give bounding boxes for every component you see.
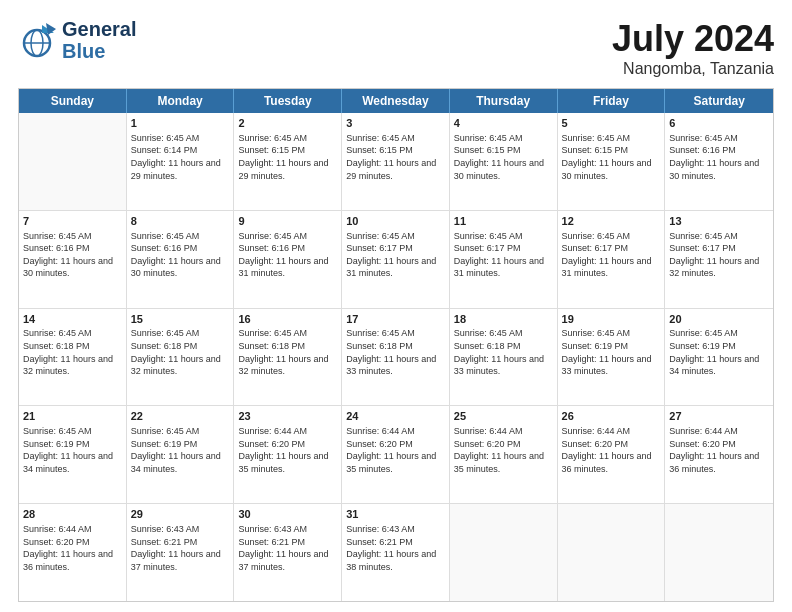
day-cell-27: 27Sunrise: 6:44 AM Sunset: 6:20 PM Dayli…	[665, 406, 773, 503]
day-cell-17: 17Sunrise: 6:45 AM Sunset: 6:18 PM Dayli…	[342, 309, 450, 406]
logo-text-block: General Blue	[62, 18, 136, 62]
cell-info: Sunrise: 6:45 AM Sunset: 6:17 PM Dayligh…	[454, 230, 553, 280]
cell-info: Sunrise: 6:45 AM Sunset: 6:15 PM Dayligh…	[238, 132, 337, 182]
day-cell-13: 13Sunrise: 6:45 AM Sunset: 6:17 PM Dayli…	[665, 211, 773, 308]
day-number: 31	[346, 507, 445, 522]
cell-info: Sunrise: 6:45 AM Sunset: 6:18 PM Dayligh…	[23, 327, 122, 377]
cell-info: Sunrise: 6:44 AM Sunset: 6:20 PM Dayligh…	[562, 425, 661, 475]
day-number: 18	[454, 312, 553, 327]
calendar-row-2: 14Sunrise: 6:45 AM Sunset: 6:18 PM Dayli…	[19, 309, 773, 407]
logo: General Blue	[18, 18, 136, 62]
day-cell-14: 14Sunrise: 6:45 AM Sunset: 6:18 PM Dayli…	[19, 309, 127, 406]
calendar: SundayMondayTuesdayWednesdayThursdayFrid…	[18, 88, 774, 602]
day-number: 2	[238, 116, 337, 131]
day-number: 25	[454, 409, 553, 424]
empty-cell-0-0	[19, 113, 127, 210]
cell-info: Sunrise: 6:44 AM Sunset: 6:20 PM Dayligh…	[238, 425, 337, 475]
cell-info: Sunrise: 6:45 AM Sunset: 6:16 PM Dayligh…	[669, 132, 769, 182]
day-number: 29	[131, 507, 230, 522]
day-cell-1: 1Sunrise: 6:45 AM Sunset: 6:14 PM Daylig…	[127, 113, 235, 210]
cell-info: Sunrise: 6:45 AM Sunset: 6:16 PM Dayligh…	[131, 230, 230, 280]
day-cell-5: 5Sunrise: 6:45 AM Sunset: 6:15 PM Daylig…	[558, 113, 666, 210]
day-cell-25: 25Sunrise: 6:44 AM Sunset: 6:20 PM Dayli…	[450, 406, 558, 503]
cell-info: Sunrise: 6:43 AM Sunset: 6:21 PM Dayligh…	[346, 523, 445, 573]
day-cell-10: 10Sunrise: 6:45 AM Sunset: 6:17 PM Dayli…	[342, 211, 450, 308]
header-day-tuesday: Tuesday	[234, 89, 342, 113]
calendar-body: 1Sunrise: 6:45 AM Sunset: 6:14 PM Daylig…	[19, 113, 773, 601]
empty-cell-4-5	[558, 504, 666, 601]
empty-cell-4-6	[665, 504, 773, 601]
header-day-thursday: Thursday	[450, 89, 558, 113]
day-cell-31: 31Sunrise: 6:43 AM Sunset: 6:21 PM Dayli…	[342, 504, 450, 601]
calendar-row-4: 28Sunrise: 6:44 AM Sunset: 6:20 PM Dayli…	[19, 504, 773, 601]
day-cell-3: 3Sunrise: 6:45 AM Sunset: 6:15 PM Daylig…	[342, 113, 450, 210]
day-cell-12: 12Sunrise: 6:45 AM Sunset: 6:17 PM Dayli…	[558, 211, 666, 308]
day-number: 22	[131, 409, 230, 424]
cell-info: Sunrise: 6:45 AM Sunset: 6:18 PM Dayligh…	[454, 327, 553, 377]
cell-info: Sunrise: 6:45 AM Sunset: 6:17 PM Dayligh…	[669, 230, 769, 280]
day-cell-9: 9Sunrise: 6:45 AM Sunset: 6:16 PM Daylig…	[234, 211, 342, 308]
day-cell-28: 28Sunrise: 6:44 AM Sunset: 6:20 PM Dayli…	[19, 504, 127, 601]
main-title: July 2024	[612, 18, 774, 60]
header-day-saturday: Saturday	[665, 89, 773, 113]
cell-info: Sunrise: 6:45 AM Sunset: 6:19 PM Dayligh…	[131, 425, 230, 475]
cell-info: Sunrise: 6:45 AM Sunset: 6:19 PM Dayligh…	[23, 425, 122, 475]
day-number: 19	[562, 312, 661, 327]
day-cell-23: 23Sunrise: 6:44 AM Sunset: 6:20 PM Dayli…	[234, 406, 342, 503]
header: General Blue July 2024 Nangomba, Tanzani…	[18, 18, 774, 78]
logo-icon	[18, 21, 56, 59]
logo-line2: Blue	[62, 40, 136, 62]
header-day-sunday: Sunday	[19, 89, 127, 113]
cell-info: Sunrise: 6:45 AM Sunset: 6:17 PM Dayligh…	[562, 230, 661, 280]
day-number: 27	[669, 409, 769, 424]
day-cell-8: 8Sunrise: 6:45 AM Sunset: 6:16 PM Daylig…	[127, 211, 235, 308]
day-number: 7	[23, 214, 122, 229]
header-day-friday: Friday	[558, 89, 666, 113]
calendar-row-3: 21Sunrise: 6:45 AM Sunset: 6:19 PM Dayli…	[19, 406, 773, 504]
day-cell-29: 29Sunrise: 6:43 AM Sunset: 6:21 PM Dayli…	[127, 504, 235, 601]
day-number: 11	[454, 214, 553, 229]
cell-info: Sunrise: 6:44 AM Sunset: 6:20 PM Dayligh…	[454, 425, 553, 475]
day-cell-6: 6Sunrise: 6:45 AM Sunset: 6:16 PM Daylig…	[665, 113, 773, 210]
title-block: July 2024 Nangomba, Tanzania	[612, 18, 774, 78]
page: General Blue July 2024 Nangomba, Tanzani…	[0, 0, 792, 612]
calendar-row-1: 7Sunrise: 6:45 AM Sunset: 6:16 PM Daylig…	[19, 211, 773, 309]
day-number: 20	[669, 312, 769, 327]
day-cell-7: 7Sunrise: 6:45 AM Sunset: 6:16 PM Daylig…	[19, 211, 127, 308]
day-number: 23	[238, 409, 337, 424]
cell-info: Sunrise: 6:45 AM Sunset: 6:16 PM Dayligh…	[23, 230, 122, 280]
day-cell-16: 16Sunrise: 6:45 AM Sunset: 6:18 PM Dayli…	[234, 309, 342, 406]
cell-info: Sunrise: 6:45 AM Sunset: 6:17 PM Dayligh…	[346, 230, 445, 280]
day-cell-21: 21Sunrise: 6:45 AM Sunset: 6:19 PM Dayli…	[19, 406, 127, 503]
header-day-monday: Monday	[127, 89, 235, 113]
empty-cell-4-4	[450, 504, 558, 601]
day-number: 21	[23, 409, 122, 424]
cell-info: Sunrise: 6:44 AM Sunset: 6:20 PM Dayligh…	[669, 425, 769, 475]
day-number: 10	[346, 214, 445, 229]
cell-info: Sunrise: 6:45 AM Sunset: 6:15 PM Dayligh…	[346, 132, 445, 182]
calendar-row-0: 1Sunrise: 6:45 AM Sunset: 6:14 PM Daylig…	[19, 113, 773, 211]
cell-info: Sunrise: 6:45 AM Sunset: 6:18 PM Dayligh…	[346, 327, 445, 377]
day-cell-2: 2Sunrise: 6:45 AM Sunset: 6:15 PM Daylig…	[234, 113, 342, 210]
cell-info: Sunrise: 6:43 AM Sunset: 6:21 PM Dayligh…	[238, 523, 337, 573]
day-cell-24: 24Sunrise: 6:44 AM Sunset: 6:20 PM Dayli…	[342, 406, 450, 503]
day-number: 4	[454, 116, 553, 131]
cell-info: Sunrise: 6:45 AM Sunset: 6:18 PM Dayligh…	[238, 327, 337, 377]
day-cell-26: 26Sunrise: 6:44 AM Sunset: 6:20 PM Dayli…	[558, 406, 666, 503]
day-cell-18: 18Sunrise: 6:45 AM Sunset: 6:18 PM Dayli…	[450, 309, 558, 406]
cell-info: Sunrise: 6:45 AM Sunset: 6:19 PM Dayligh…	[562, 327, 661, 377]
day-number: 13	[669, 214, 769, 229]
day-cell-15: 15Sunrise: 6:45 AM Sunset: 6:18 PM Dayli…	[127, 309, 235, 406]
day-number: 16	[238, 312, 337, 327]
cell-info: Sunrise: 6:45 AM Sunset: 6:18 PM Dayligh…	[131, 327, 230, 377]
subtitle: Nangomba, Tanzania	[612, 60, 774, 78]
day-cell-22: 22Sunrise: 6:45 AM Sunset: 6:19 PM Dayli…	[127, 406, 235, 503]
cell-info: Sunrise: 6:45 AM Sunset: 6:19 PM Dayligh…	[669, 327, 769, 377]
cell-info: Sunrise: 6:45 AM Sunset: 6:15 PM Dayligh…	[454, 132, 553, 182]
day-cell-20: 20Sunrise: 6:45 AM Sunset: 6:19 PM Dayli…	[665, 309, 773, 406]
svg-marker-4	[46, 23, 56, 35]
cell-info: Sunrise: 6:45 AM Sunset: 6:15 PM Dayligh…	[562, 132, 661, 182]
day-number: 17	[346, 312, 445, 327]
day-number: 12	[562, 214, 661, 229]
cell-info: Sunrise: 6:44 AM Sunset: 6:20 PM Dayligh…	[23, 523, 122, 573]
